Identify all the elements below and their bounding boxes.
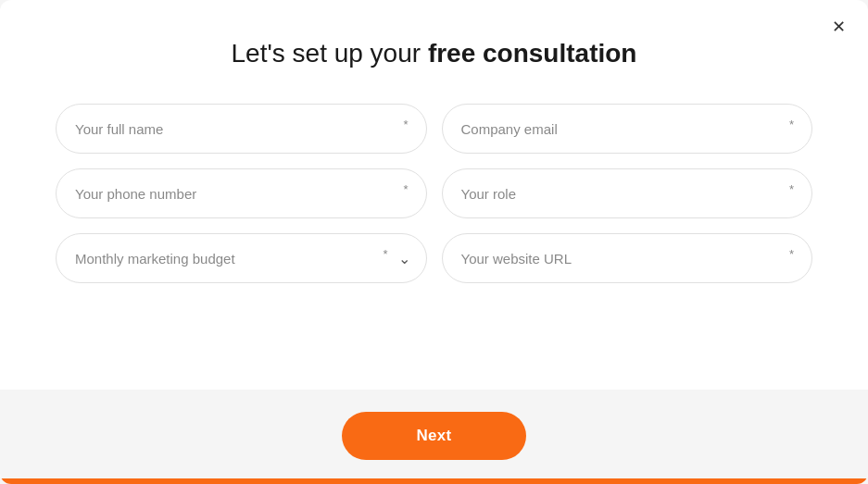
company-email-field: * — [442, 104, 813, 154]
close-button[interactable]: ✕ — [828, 15, 849, 39]
role-field: * — [442, 168, 813, 218]
role-input[interactable] — [442, 168, 813, 218]
website-field: * — [442, 233, 813, 283]
phone-number-field: * — [56, 168, 427, 218]
orange-bar — [0, 478, 868, 484]
title-regular: Let's set up your — [232, 39, 428, 68]
modal-body: Let's set up your free consultation * * … — [0, 0, 868, 390]
title-bold: free consultation — [428, 39, 637, 68]
modal-footer: Next — [0, 390, 868, 478]
close-icon: ✕ — [832, 18, 846, 36]
full-name-input[interactable] — [56, 104, 427, 154]
website-input[interactable] — [442, 233, 813, 283]
consultation-modal: ✕ Let's set up your free consultation * … — [0, 0, 868, 484]
budget-field: Monthly marketing budget Under $1,000$1,… — [56, 233, 427, 283]
budget-select[interactable]: Monthly marketing budget Under $1,000$1,… — [56, 233, 427, 283]
company-email-input[interactable] — [442, 104, 813, 154]
next-button[interactable]: Next — [342, 412, 525, 460]
full-name-field: * — [56, 104, 427, 154]
phone-number-input[interactable] — [56, 168, 427, 218]
modal-title: Let's set up your free consultation — [56, 37, 812, 70]
next-button-label: Next — [416, 427, 451, 444]
form-grid: * * * * Monthly marketing budget U — [56, 104, 812, 283]
